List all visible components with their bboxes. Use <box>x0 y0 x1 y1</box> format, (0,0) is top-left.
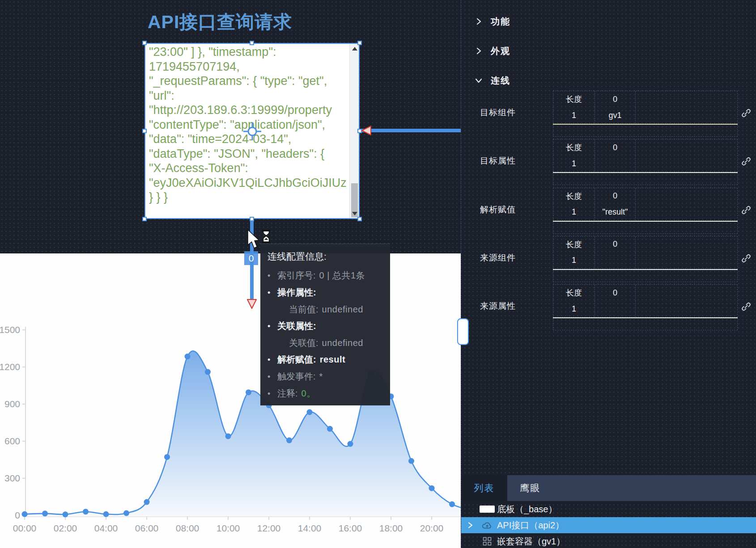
layer-label: 底板（_base） <box>497 503 557 515</box>
panel-section-label: 外观 <box>491 45 510 57</box>
field-label: 来源组件 <box>480 236 516 280</box>
resize-handle-w[interactable] <box>142 129 147 133</box>
tooltip-row: • 注释: 0。 <box>268 385 383 402</box>
chevron-icon[interactable] <box>475 47 483 55</box>
connection-field-group: 来源属性 长度 0 1 <box>461 284 756 333</box>
table-cell-index: 1 <box>553 204 595 220</box>
svg-text:600: 600 <box>4 436 20 446</box>
field-input-row[interactable] <box>553 125 738 137</box>
link-icon[interactable] <box>741 156 752 167</box>
layer-row[interactable]: 底板（_base） <box>461 501 756 517</box>
resize-handle-e[interactable] <box>357 129 362 133</box>
tooltip-row: • 关联属性: <box>268 318 383 335</box>
layer-chevron-icon[interactable] <box>467 522 474 529</box>
layer-row[interactable]: API接口（api2） <box>461 517 756 533</box>
bullet-icon: • <box>268 285 277 301</box>
textbox-line: "X-Access-Token": <box>149 161 348 176</box>
table-cell-length-value: 0 <box>595 139 636 156</box>
bottom-tab[interactable]: 列表 <box>461 475 507 501</box>
link-icon[interactable] <box>741 205 752 215</box>
tooltip-row-value: result <box>320 351 345 368</box>
panel-section-header[interactable]: 外观 <box>461 42 756 60</box>
bullet-icon: • <box>268 268 277 284</box>
field-table[interactable]: 长度 0 1 <box>553 236 738 282</box>
properties-panel: 功能 外观 连线 目标组件 长度 0 1 gv1 <box>461 0 756 548</box>
table-cell-length-label: 长度 <box>553 188 595 204</box>
table-cell-empty <box>636 139 737 156</box>
svg-text:04:00: 04:00 <box>94 523 118 533</box>
field-label: 来源属性 <box>480 284 516 328</box>
table-cell-length-label: 长度 <box>553 285 595 301</box>
bottom-tab[interactable]: 鹰眼 <box>507 475 553 501</box>
tooltip-row: • 解析赋值: result <box>268 351 383 368</box>
textbox-line: "dataType": "JSON", "headers": { <box>149 147 348 161</box>
tooltip-row-label: 操作属性: <box>277 284 316 301</box>
layer-label: 嵌套容器（gv1） <box>497 535 565 548</box>
resize-handle-ne[interactable] <box>357 41 362 45</box>
table-cell-empty <box>636 236 737 253</box>
field-table[interactable]: 长度 0 1 <box>553 284 738 330</box>
textbox-line: "url": <box>149 89 348 103</box>
svg-text:10:00: 10:00 <box>217 523 240 533</box>
table-cell-empty <box>636 188 737 204</box>
panel-section-header[interactable]: 功能 <box>461 13 756 30</box>
tooltip-row: • 操作属性: <box>268 284 383 301</box>
tooltip-row-value: 0。 <box>302 385 316 402</box>
field-table[interactable]: 长度 0 1 gv1 <box>553 91 738 137</box>
connection-config-tooltip: 连线配置信息: • 索引序号: 0 | 总共1条 • 操作属性: 当前值: un… <box>260 244 390 405</box>
link-icon[interactable] <box>741 253 752 264</box>
design-canvas[interactable]: 03006009001200150000:0002:0004:0006:0008… <box>0 0 461 548</box>
busy-cursor-icon <box>247 229 274 252</box>
textbox-line: "23:00" ] }, "timestamp": <box>149 45 348 59</box>
table-cell-length-label: 长度 <box>553 91 595 107</box>
field-table[interactable]: 长度 0 1 "result" <box>553 188 738 234</box>
chevron-icon[interactable] <box>475 17 483 25</box>
table-cell-length-value: 0 <box>595 285 636 301</box>
resize-handle-s[interactable] <box>250 217 254 221</box>
tooltip-row-label: 索引序号: <box>277 267 316 284</box>
connection-line-horizontal[interactable] <box>362 129 461 132</box>
canvas-title-text[interactable]: API接口查询请求 <box>148 10 292 34</box>
resize-handle-nw[interactable] <box>142 41 147 45</box>
svg-text:00:00: 00:00 <box>13 523 37 533</box>
connection-index-badge: 0 <box>244 251 258 265</box>
svg-text:06:00: 06:00 <box>135 523 159 533</box>
tooltip-row: • 索引序号: 0 | 总共1条 <box>268 267 383 284</box>
field-input-row[interactable] <box>553 222 738 234</box>
resize-handle-n[interactable] <box>250 41 254 45</box>
field-input-row[interactable] <box>553 173 738 185</box>
link-icon[interactable] <box>741 108 752 118</box>
table-cell-value <box>595 253 636 269</box>
chevron-icon[interactable] <box>475 76 483 84</box>
tooltip-row-label: 关联属性: <box>277 318 316 334</box>
area-chart[interactable]: 03006009001200150000:0002:0004:0006:0008… <box>0 253 461 548</box>
svg-text:08:00: 08:00 <box>176 523 200 533</box>
svg-text:1200: 1200 <box>0 362 20 372</box>
resize-handle-sw[interactable] <box>142 217 147 221</box>
field-input-row[interactable] <box>553 318 738 330</box>
link-icon[interactable] <box>741 301 752 312</box>
panel-section-label: 连线 <box>491 75 510 87</box>
field-table[interactable]: 长度 0 1 <box>553 139 738 185</box>
scroll-up-icon[interactable] <box>350 44 359 53</box>
tooltip-row-label: 触发事件: <box>277 368 316 385</box>
field-label: 目标属性 <box>480 139 516 183</box>
svg-text:1500: 1500 <box>0 325 20 335</box>
connection-field-group: 来源组件 长度 0 1 <box>461 236 756 284</box>
table-cell-empty <box>636 301 737 317</box>
tooltip-row-label: 解析赋值: <box>277 351 316 368</box>
layer-label: API接口（api2） <box>497 519 564 531</box>
cloud-api-icon <box>481 521 493 530</box>
connection-field-group: 目标组件 长度 0 1 gv1 <box>461 91 756 139</box>
field-input-row[interactable] <box>553 270 738 282</box>
move-target-icon[interactable] <box>242 121 263 142</box>
table-cell-index: 1 <box>553 301 595 317</box>
textbox-line: } } } <box>149 190 348 205</box>
table-cell-index: 1 <box>553 107 595 123</box>
tooltip-items: • 索引序号: 0 | 总共1条 • 操作属性: 当前值: undefined … <box>268 267 383 402</box>
layer-row[interactable]: 嵌套容器（gv1） <box>461 533 756 548</box>
table-cell-empty <box>636 156 737 172</box>
tooltip-row-value: 0 | 总共1条 <box>319 267 365 284</box>
panel-section-header[interactable]: 连线 <box>461 72 756 89</box>
resize-handle-se[interactable] <box>357 217 362 221</box>
